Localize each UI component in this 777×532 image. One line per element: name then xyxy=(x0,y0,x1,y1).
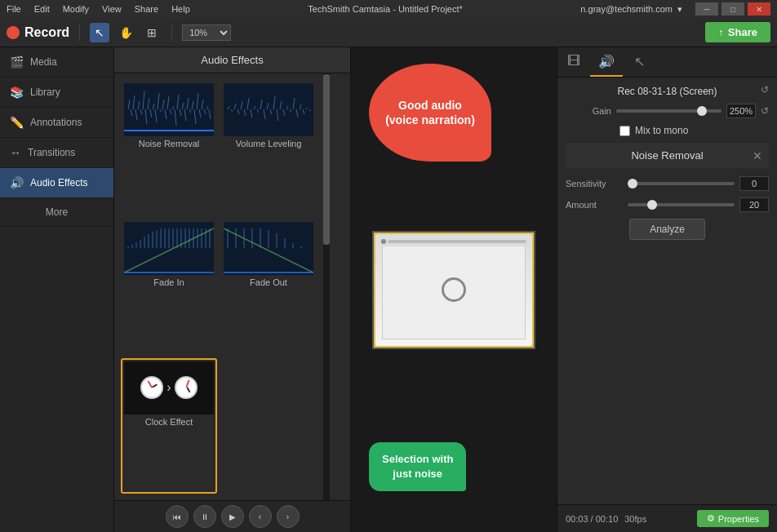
tab-cursor[interactable]: ↖ xyxy=(623,47,655,77)
preview-container xyxy=(372,231,535,349)
handle-tr[interactable] xyxy=(531,231,535,236)
sensitivity-value[interactable] xyxy=(739,176,769,191)
playback-prev-frame[interactable]: ⏮ xyxy=(166,505,189,528)
audio-effects-icon: 🔊 xyxy=(10,176,24,189)
user-dropdown-icon[interactable]: ▾ xyxy=(677,4,682,15)
library-icon: 📚 xyxy=(10,86,24,99)
clip-refresh-button[interactable]: ↺ xyxy=(761,84,769,95)
svg-rect-0 xyxy=(124,83,214,136)
gain-label: Gain xyxy=(566,106,611,116)
menu-edit[interactable]: Edit xyxy=(34,4,50,14)
fade-in-label: Fade In xyxy=(153,277,184,287)
minimize-button[interactable]: ─ xyxy=(695,2,718,16)
menu-share[interactable]: Share xyxy=(135,4,158,14)
fade-out-waveform xyxy=(224,222,313,275)
record-dot-icon xyxy=(7,26,20,39)
close-button[interactable]: ✕ xyxy=(748,2,770,16)
pan-tool[interactable]: ✋ xyxy=(116,23,135,42)
menu-file[interactable]: File xyxy=(7,4,21,14)
effect-volume-leveling[interactable]: Volume Leveling xyxy=(220,80,317,215)
effect-noise-removal[interactable]: Noise Removal xyxy=(121,80,217,215)
sidebar-label-transitions: Transitions xyxy=(28,147,75,158)
playback-controls: ⏮ ⏸ ▶ ‹ › xyxy=(114,500,350,532)
mix-to-mono-row: Mix to mono xyxy=(619,125,769,136)
clock-arrow-icon: › xyxy=(166,380,171,395)
properties-label: Properties xyxy=(718,514,759,524)
menu-bar: File Edit Modify View Share Help TechSmi… xyxy=(0,0,777,18)
sidebar-item-library[interactable]: 📚 Library xyxy=(0,78,113,108)
callout-good-audio-text: Good audio(voice narration) xyxy=(385,98,475,127)
gain-value[interactable] xyxy=(726,104,756,118)
maximize-button[interactable]: □ xyxy=(722,2,744,16)
sidebar-item-more[interactable]: More xyxy=(0,198,113,227)
mix-to-mono-label: Mix to mono xyxy=(635,125,688,136)
effects-grid: Noise Removal xyxy=(114,73,323,500)
media-icon: 🎬 xyxy=(10,55,24,69)
playback-forward[interactable]: › xyxy=(277,505,300,528)
amount-slider[interactable] xyxy=(628,203,735,206)
window-controls: ─ □ ✕ xyxy=(695,2,770,16)
callout-good-audio: Good audio(voice narration) xyxy=(369,64,491,162)
amount-value[interactable] xyxy=(739,197,769,212)
mix-to-mono-checkbox[interactable] xyxy=(619,126,630,136)
effect-fade-in[interactable]: Fade In xyxy=(121,219,217,354)
volume-leveling-thumb xyxy=(224,83,313,136)
zoom-select[interactable]: 10% xyxy=(182,24,231,41)
clock-effect-label: Clock Effect xyxy=(145,417,193,427)
noise-removal-section: Noise Removal ✕ xyxy=(566,143,769,168)
sensitivity-label: Sensitivity xyxy=(566,179,623,188)
sidebar-item-annotations[interactable]: ✏️ Annotations xyxy=(0,108,113,138)
playback-pause[interactable]: ⏸ xyxy=(193,505,216,528)
clip-title: Rec 08-31-18 (Screen) xyxy=(617,86,717,97)
callout-noise: Selection withjust noise xyxy=(369,442,466,491)
audio-effects-panel: Audio Effects xyxy=(114,47,351,532)
handle-br[interactable] xyxy=(531,344,535,349)
fade-out-label: Fade Out xyxy=(250,277,287,287)
preview-content xyxy=(374,233,534,348)
audio-effects-title: Audio Effects xyxy=(114,47,350,73)
preview-window xyxy=(372,231,535,349)
effect-clock[interactable]: › Clock Effect xyxy=(121,358,217,494)
share-icon: ↑ xyxy=(718,26,724,38)
select-tool[interactable]: ↖ xyxy=(90,23,109,42)
share-button[interactable]: ↑ Share xyxy=(705,22,770,42)
fade-in-thumb xyxy=(124,222,214,275)
menu-modify[interactable]: Modify xyxy=(63,4,89,14)
fade-out-thumb xyxy=(224,222,313,275)
crop-tool[interactable]: ⊞ xyxy=(142,23,162,42)
user-area: n.gray@techsmith.com ▾ xyxy=(580,4,682,15)
svg-rect-36 xyxy=(224,83,313,136)
record-button[interactable]: Record xyxy=(7,25,69,40)
right-panel-bottom: 00:03 / 00:10 30fps ⚙ Properties xyxy=(557,504,777,532)
noise-removal-label: Noise Removal xyxy=(139,139,200,149)
properties-button[interactable]: ⚙ Properties xyxy=(697,510,769,527)
tab-audio[interactable]: 🔊 xyxy=(590,47,623,77)
transitions-icon: ↔️ xyxy=(10,146,21,159)
sidebar-item-media[interactable]: 🎬 Media xyxy=(0,47,113,78)
gain-reset-button[interactable]: ↺ xyxy=(761,105,769,117)
amount-row: Amount xyxy=(566,197,769,212)
menu-help[interactable]: Help xyxy=(171,4,190,14)
playback-play[interactable]: ▶ xyxy=(221,505,244,528)
record-label: Record xyxy=(24,25,69,40)
annotations-icon: ✏️ xyxy=(10,116,24,129)
sidebar-item-transitions[interactable]: ↔️ Transitions xyxy=(0,138,113,168)
app-title: TechSmith Camtasia - Untitled Project* xyxy=(203,4,568,14)
effect-fade-out[interactable]: Fade Out xyxy=(220,219,317,354)
analyze-button[interactable]: Analyze xyxy=(629,219,705,240)
effects-scrollbar[interactable] xyxy=(323,73,330,500)
menu-view[interactable]: View xyxy=(102,4,122,14)
sidebar-label-more: More xyxy=(46,206,68,218)
sidebar-item-audio-effects[interactable]: 🔊 Audio Effects xyxy=(0,168,113,198)
svg-rect-87 xyxy=(224,222,313,275)
playback-back[interactable]: ‹ xyxy=(249,505,272,528)
sensitivity-slider[interactable] xyxy=(628,182,735,185)
noise-removal-close-button[interactable]: ✕ xyxy=(753,149,762,162)
right-panel-tabs: 🎞 🔊 ↖ xyxy=(557,47,777,78)
properties-gear-icon: ⚙ xyxy=(707,513,715,524)
right-panel-content: Rec 08-31-18 (Screen) ↺ Gain ↺ Mix to mo… xyxy=(557,78,777,504)
amount-label: Amount xyxy=(566,200,623,210)
sidebar-label-library: Library xyxy=(30,86,60,98)
gain-slider[interactable] xyxy=(616,109,722,113)
tab-video[interactable]: 🎞 xyxy=(557,47,590,77)
